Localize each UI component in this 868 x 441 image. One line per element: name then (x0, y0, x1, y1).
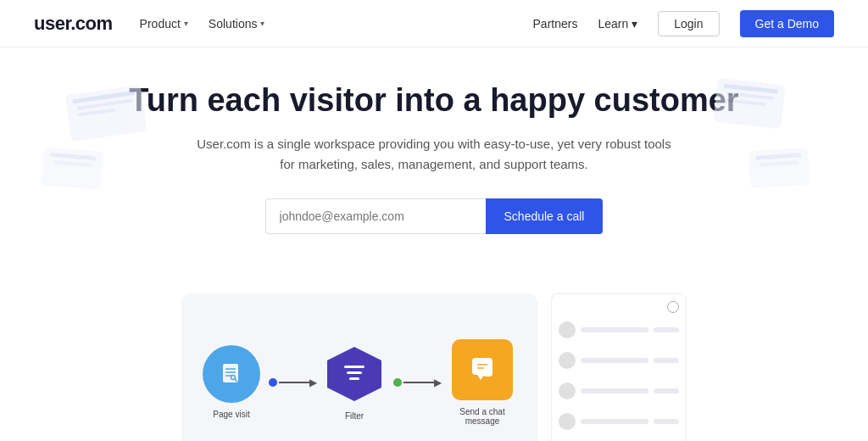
avatar (559, 382, 576, 399)
svg-rect-7 (347, 371, 362, 374)
svg-rect-8 (349, 377, 359, 380)
page-visit-icon (203, 345, 260, 403)
deco-card-left2 (41, 147, 103, 190)
arrow-icon: ▶ (309, 377, 317, 388)
connector-line (279, 382, 313, 383)
logo[interactable]: user.com (34, 13, 113, 35)
arrow-icon-2: ▶ (434, 377, 442, 388)
svg-rect-6 (344, 366, 364, 368)
login-button[interactable]: Login (658, 11, 719, 36)
search-icon (667, 301, 679, 313)
connector-line-2 (403, 382, 437, 383)
navbar: user.com Product ▾ Solutions ▾ Partners … (0, 0, 868, 47)
avatar (559, 352, 576, 369)
list-item (559, 411, 679, 432)
hero-form: Schedule a call (17, 198, 851, 234)
list-bar (581, 327, 648, 332)
list-item (559, 381, 679, 401)
nav-partners[interactable]: Partners (533, 17, 578, 31)
email-input[interactable] (265, 198, 486, 234)
list-item (559, 350, 679, 371)
nav-left: Product ▾ Solutions ▾ (140, 17, 533, 31)
list-panel (551, 293, 687, 441)
avatar (559, 321, 576, 338)
hero-section: Turn each visitor into a happy customer … (0, 47, 868, 293)
nav-solutions[interactable]: Solutions ▾ (209, 17, 265, 31)
list-bar (581, 388, 648, 394)
chevron-down-icon: ▾ (184, 19, 188, 28)
connector-1: ▶ (267, 377, 317, 388)
list-bar-short (654, 388, 679, 394)
list-bar-short (654, 419, 679, 424)
connector-2: ▶ (392, 377, 442, 388)
nav-learn[interactable]: Learn ▾ (598, 17, 637, 31)
chat-icon (452, 339, 513, 400)
deco-card-right2 (748, 148, 810, 189)
chevron-down-icon: ▾ (632, 17, 637, 31)
workflow-diagram: Page visit ▶ (189, 326, 530, 439)
search-area (559, 301, 679, 313)
connector-dot-blue (269, 378, 277, 387)
hero-subheading: User.com is a single workspace providing… (188, 134, 680, 175)
workflow-panel: Page visit ▶ (181, 293, 537, 441)
list-bar-short (654, 358, 679, 363)
node-chat: Send a chat message (448, 339, 516, 426)
connector-dot-green (393, 378, 402, 387)
node-filter-label: Filter (345, 411, 364, 421)
schedule-call-button[interactable]: Schedule a call (486, 198, 604, 234)
list-bar-short (654, 327, 679, 332)
workflow-section: Page visit ▶ (0, 293, 868, 441)
node-chat-label: Send a chat message (448, 407, 516, 426)
list-bar (581, 419, 648, 424)
deco-card-left (65, 85, 147, 142)
get-demo-button[interactable]: Get a Demo (740, 10, 834, 37)
nav-right: Partners Learn ▾ Login Get a Demo (533, 10, 834, 37)
chevron-down-icon: ▾ (260, 19, 264, 28)
avatar (559, 413, 576, 430)
list-bar (581, 358, 648, 363)
nav-product[interactable]: Product ▾ (140, 17, 188, 31)
node-filter: Filter (324, 343, 385, 421)
deco-card-right (714, 78, 786, 129)
list-item (559, 320, 679, 340)
node-page-visit-label: Page visit (213, 410, 249, 419)
node-page-visit: Page visit (203, 345, 260, 419)
